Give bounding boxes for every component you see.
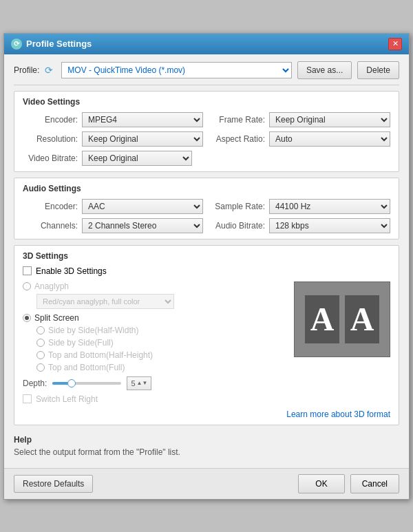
split-screen-option[interactable]: Split Screen: [23, 313, 287, 323]
restore-defaults-button[interactable]: Restore Defaults: [14, 475, 93, 493]
profile-select[interactable]: MOV - QuickTime Video (*.mov): [61, 62, 292, 78]
resolution-row: Resolution: Keep Original: [23, 131, 203, 147]
dialog-footer: Restore Defaults OK Cancel: [4, 468, 409, 499]
video-settings-title: Video Settings: [23, 97, 390, 107]
anaglyph-option[interactable]: Anaglyph: [23, 281, 287, 291]
top-bottom-full-radio[interactable]: [36, 363, 45, 372]
depth-slider-track: [52, 382, 121, 385]
side-by-side-half-label: Side by Side(Half-Width): [48, 326, 138, 335]
video-bitrate-row: Video Bitrate: Keep Original: [23, 151, 390, 166]
learn-more-row: Learn more about 3D format: [23, 409, 390, 419]
depth-label: Depth:: [23, 379, 47, 388]
top-bottom-full-label: Top and Bottom(Full): [48, 363, 125, 372]
enable-3d-checkbox[interactable]: [23, 266, 32, 275]
dialog-window: ⟳ Profile Settings ✕ Profile: ⟳ MOV - Qu…: [3, 33, 410, 500]
footer-right: OK Cancel: [298, 474, 399, 493]
side-by-side-full-option[interactable]: Side by Side(Full): [36, 338, 287, 348]
sample-rate-row: Sample Rate: 44100 Hz: [210, 199, 390, 214]
side-by-side-half-radio[interactable]: [36, 326, 45, 334]
depth-value: 5 ▲▼: [127, 376, 151, 390]
video-settings-section: Video Settings Encoder: MPEG4 Frame Rate…: [14, 91, 399, 172]
save-as-button[interactable]: Save as...: [297, 61, 352, 79]
profile-label: Profile:: [14, 65, 39, 75]
aspect-ratio-label: Aspect Ratio:: [210, 134, 265, 144]
top-bottom-half-radio[interactable]: [36, 351, 45, 359]
delete-button[interactable]: Delete: [357, 61, 399, 79]
help-text: Select the output format from the "Profi…: [14, 447, 399, 457]
anaglyph-select[interactable]: Red/cyan anaglyph, full color: [36, 294, 174, 309]
3d-content: Anaglyph Red/cyan anaglyph, full color S…: [23, 281, 390, 404]
3d-settings-section: 3D Settings Enable 3D Settings Anaglyph …: [14, 245, 399, 425]
top-bottom-half-label: Top and Bottom(Half-Height): [48, 350, 153, 360]
audio-encoder-label: Encoder:: [23, 202, 78, 211]
audio-settings-title: Audio Settings: [23, 184, 390, 193]
audio-bitrate-label: Audio Bitrate:: [210, 221, 265, 231]
depth-row: Depth: 5 ▲▼: [23, 376, 287, 390]
encoder-select[interactable]: MPEG4: [82, 112, 203, 127]
audio-encoder-row: Encoder: AAC: [23, 199, 203, 214]
video-settings-grid: Encoder: MPEG4 Frame Rate: Keep Original…: [23, 112, 390, 166]
sample-rate-select[interactable]: 44100 Hz: [269, 199, 390, 214]
title-bar: ⟳ Profile Settings ✕: [4, 34, 409, 54]
side-by-side-full-radio[interactable]: [36, 339, 45, 347]
app-icon: ⟳: [11, 39, 22, 50]
enable-3d-row: Enable 3D Settings: [23, 266, 390, 276]
preview-a-right: A: [345, 295, 379, 343]
profile-icon: ⟳: [45, 65, 56, 76]
channels-label: Channels:: [23, 221, 78, 231]
video-bitrate-select[interactable]: Keep Original: [82, 151, 192, 166]
channels-row: Channels: 2 Channels Stereo: [23, 218, 203, 233]
help-section: Help Select the output format from the "…: [14, 431, 399, 461]
frame-rate-select[interactable]: Keep Original: [269, 112, 390, 127]
close-button[interactable]: ✕: [388, 38, 402, 50]
split-screen-radio[interactable]: [23, 314, 31, 322]
audio-encoder-select[interactable]: AAC: [82, 199, 203, 214]
depth-spinner-arrows[interactable]: ▲▼: [137, 380, 148, 386]
aspect-ratio-row: Aspect Ratio: Auto: [210, 131, 390, 147]
encoder-label: Encoder:: [23, 115, 78, 125]
audio-bitrate-select[interactable]: 128 kbps: [269, 218, 390, 233]
sample-rate-label: Sample Rate:: [210, 202, 265, 211]
aspect-ratio-select[interactable]: Auto: [269, 131, 390, 147]
switch-left-right-checkbox[interactable]: [23, 394, 32, 403]
audio-settings-section: Audio Settings Encoder: AAC Sample Rate:…: [14, 178, 399, 240]
3d-settings-title: 3D Settings: [23, 251, 390, 261]
preview-a-left: A: [305, 295, 339, 343]
3d-left: Anaglyph Red/cyan anaglyph, full color S…: [23, 281, 287, 404]
ok-button[interactable]: OK: [298, 474, 344, 493]
resolution-select[interactable]: Keep Original: [82, 131, 203, 147]
anaglyph-label: Anaglyph: [34, 281, 69, 291]
sub-radio-group: Side by Side(Half-Width) Side by Side(Fu…: [36, 326, 287, 372]
encoder-row: Encoder: MPEG4: [23, 112, 203, 127]
window-title: Profile Settings: [26, 39, 92, 49]
frame-rate-row: Frame Rate: Keep Original: [210, 112, 390, 127]
anaglyph-radio[interactable]: [23, 282, 31, 290]
video-bitrate-label: Video Bitrate:: [23, 153, 78, 163]
switch-left-right-label: Switch Left Right: [36, 394, 98, 404]
help-title: Help: [14, 435, 399, 445]
audio-bitrate-row: Audio Bitrate: 128 kbps: [210, 218, 390, 233]
top-bottom-half-option[interactable]: Top and Bottom(Half-Height): [36, 350, 287, 360]
switch-row: Switch Left Right: [23, 394, 287, 404]
enable-3d-label: Enable 3D Settings: [36, 266, 107, 276]
profile-row: Profile: ⟳ MOV - QuickTime Video (*.mov)…: [14, 61, 399, 85]
audio-settings-grid: Encoder: AAC Sample Rate: 44100 Hz Chann…: [23, 199, 390, 233]
3d-preview: A A: [294, 281, 390, 404]
resolution-label: Resolution:: [23, 134, 78, 144]
depth-slider-thumb[interactable]: [67, 379, 76, 387]
cancel-button[interactable]: Cancel: [350, 474, 399, 493]
preview-aa: A A: [305, 295, 379, 343]
top-bottom-full-option[interactable]: Top and Bottom(Full): [36, 363, 287, 372]
split-screen-label: Split Screen: [34, 313, 79, 323]
preview-box: A A: [294, 281, 390, 357]
frame-rate-label: Frame Rate:: [210, 115, 265, 125]
title-bar-left: ⟳ Profile Settings: [11, 39, 92, 50]
learn-more-link[interactable]: Learn more about 3D format: [286, 409, 390, 419]
dialog-content: Profile: ⟳ MOV - QuickTime Video (*.mov)…: [4, 54, 409, 468]
side-by-side-full-label: Side by Side(Full): [48, 338, 114, 348]
side-by-side-half-option[interactable]: Side by Side(Half-Width): [36, 326, 287, 335]
channels-select[interactable]: 2 Channels Stereo: [82, 218, 203, 233]
